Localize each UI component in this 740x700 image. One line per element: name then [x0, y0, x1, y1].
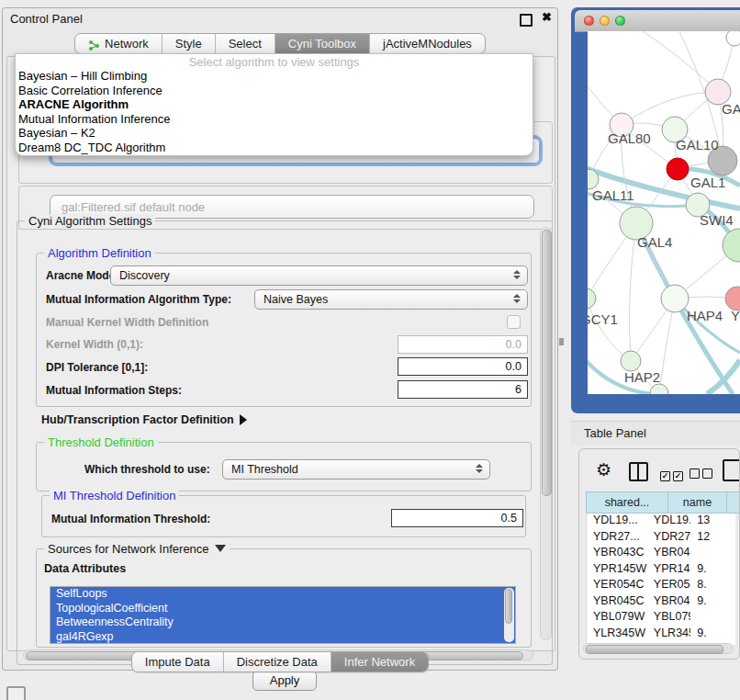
table-row[interactable]: YBL079WYBL079W [587, 610, 735, 627]
tab-select[interactable]: Select [216, 34, 275, 53]
kernel-width-field[interactable]: 0.0 [398, 335, 528, 354]
tab-label: Cyni Toolbox [288, 34, 356, 53]
select-checked-icon[interactable]: ✓✓ [660, 466, 686, 482]
column-header[interactable]: A [727, 491, 740, 514]
tab-network[interactable]: Network [75, 34, 163, 53]
hub-definition-label: Hub/Transcription Factor Definition [41, 413, 234, 426]
collapse-arrow-icon[interactable] [215, 545, 226, 552]
table-row[interactable]: YDR27...YDR27...12 [587, 530, 735, 547]
threshold-definition-group: Threshold Definition Which threshold to … [36, 442, 532, 491]
network-node-label: GAL10 [676, 137, 719, 152]
network-node[interactable] [726, 31, 740, 46]
table-row[interactable]: YER054CYER054C8. [587, 578, 735, 594]
table-hscrollbar-thumb[interactable] [586, 645, 723, 654]
expand-arrow-icon[interactable] [240, 414, 247, 425]
popup-item[interactable]: ARACNE Algorithm [16, 97, 533, 112]
network-node-label: HAP4 [687, 308, 723, 323]
tab-impute-data[interactable]: Impute Data [132, 652, 224, 672]
hub-definition-expander[interactable]: Hub/Transcription Factor Definition [41, 413, 247, 426]
network-node-label: GAL1 [690, 175, 725, 190]
popup-item[interactable]: Bayesian – K2 [16, 126, 533, 141]
network-node[interactable] [661, 285, 689, 312]
dpi-tolerance-field[interactable]: 0.0 [398, 357, 528, 376]
popup-item[interactable]: Mutual Information Inference [16, 112, 533, 127]
network-edge[interactable] [629, 223, 636, 361]
which-threshold-combobox[interactable]: MI Threshold [222, 459, 490, 480]
popup-item[interactable]: Dream8 DC_TDC Algorithm [16, 141, 533, 155]
popup-header: Select algorithm to view settings [16, 55, 533, 69]
attr-item[interactable]: TopologicalCoefficient [50, 602, 515, 616]
network-edge[interactable] [659, 299, 675, 393]
tab-discretize-data[interactable]: Discretize Data [224, 652, 331, 672]
minimized-panel-icon[interactable] [6, 686, 26, 700]
data-attributes-label: Data Attributes [44, 562, 126, 575]
apply-button[interactable]: Apply [252, 671, 317, 691]
attr-item[interactable]: SelfLoops [50, 587, 515, 602]
float-icon[interactable] [520, 14, 533, 27]
network-edge[interactable] [588, 299, 631, 361]
manual-kernel-checkbox[interactable] [507, 315, 521, 329]
mi-threshold-field[interactable]: 0.5 [391, 509, 523, 527]
table-row[interactable]: YLR345WYLR345W9. [587, 627, 735, 643]
table-cell: YBL079W [647, 610, 690, 627]
table-row[interactable]: YDL19...YDL19...13 [587, 514, 735, 530]
control-panel-window: Control Panel ✖ NetworkStyleSelectCyni T… [2, 7, 558, 671]
network-node[interactable] [650, 384, 668, 394]
close-traffic-light-icon[interactable] [584, 16, 594, 26]
data-attributes-list[interactable]: SelfLoopsTopologicalCoefficientBetweenne… [50, 586, 516, 644]
mi-type-combobox[interactable]: Naive Bayes [254, 289, 528, 310]
column-header[interactable]: name [668, 491, 727, 514]
control-panel-title: Control Panel [10, 12, 83, 26]
select-unchecked-icon[interactable] [690, 466, 715, 482]
tab-style[interactable]: Style [163, 34, 216, 53]
table-panel: ⚙ ✓✓ shared...nameA YDL19...YDL19...13YD… [578, 448, 740, 660]
zoom-traffic-light-icon[interactable] [615, 16, 625, 26]
aracne-mode-combobox[interactable]: Discovery [110, 265, 528, 286]
settings-vertical-scrollbar[interactable] [540, 227, 552, 640]
network-node[interactable] [621, 351, 641, 371]
table-row[interactable]: YBR045CYBR045C9. [587, 594, 735, 611]
table-cell: 9. [690, 594, 735, 611]
file-icon[interactable] [723, 459, 740, 481]
desktop: { "control_panel": { "title": "Control P… [0, 0, 740, 700]
mi-steps-field[interactable]: 6 [398, 380, 528, 399]
network-graph[interactable]: GALGAL80GAL10GAL1GAL11SWI4GAL4GCY1HAP4YH… [588, 31, 740, 394]
tab-label: Style [175, 34, 202, 53]
network-canvas[interactable]: GALGAL80GAL10GAL1GAL11SWI4GAL4GCY1HAP4YH… [588, 31, 740, 394]
minimize-traffic-light-icon[interactable] [600, 16, 610, 26]
panel-divider-handle[interactable] [559, 338, 564, 345]
network-node[interactable] [667, 158, 689, 180]
network-node[interactable] [588, 288, 596, 309]
mi-threshold-label: Mutual Information Threshold: [51, 513, 210, 525]
close-icon[interactable]: ✖ [542, 10, 552, 24]
table-row[interactable]: YPR145WYPR145W9. [587, 562, 735, 579]
attr-list-scrollbar[interactable] [504, 588, 514, 642]
table-cell: 13 [690, 514, 735, 530]
table-row[interactable]: YBR043CYBR043C [587, 546, 735, 562]
columns-icon[interactable] [629, 462, 648, 481]
tab-label: Network [105, 34, 149, 53]
table-cell: YBR043C [647, 546, 690, 562]
cyni-algorithm-settings-group: Cyni Algorithm Settings Algorithm Defini… [17, 220, 553, 665]
tab-cyni-toolbox[interactable]: Cyni Toolbox [275, 34, 370, 53]
popup-item[interactable]: Bayesian – Hill Climbing [16, 69, 533, 84]
settings-vscrollbar-thumb[interactable] [542, 230, 552, 496]
table-cell: YPR145W [647, 562, 690, 579]
attr-item[interactable]: gal4RGexp [50, 630, 515, 644]
network-view-titlebar[interactable] [575, 10, 740, 32]
column-header[interactable]: shared... [586, 491, 668, 514]
tab-label: jActiveMNodules [383, 34, 472, 53]
popup-item[interactable]: Basic Correlation Inference [16, 84, 533, 98]
attr-list-scrollbar-thumb[interactable] [505, 589, 512, 624]
table-horizontal-scrollbar[interactable] [583, 643, 734, 654]
network-edge[interactable] [588, 179, 589, 299]
tab-infer-network[interactable]: Infer Network [331, 652, 428, 672]
table-cell: YBR045C [647, 594, 690, 611]
network-view-window[interactable]: GALGAL80GAL10GAL1GAL11SWI4GAL4GCY1HAP4YH… [571, 7, 740, 413]
tab-jactivemnodules[interactable]: jActiveMNodules [370, 34, 485, 53]
tab-label: Select [229, 34, 262, 53]
table-cell: 12 [690, 530, 735, 547]
network-edge[interactable] [643, 31, 718, 92]
attr-item[interactable]: BetweennessCentrality [50, 615, 515, 630]
gear-icon[interactable]: ⚙ [596, 459, 611, 480]
